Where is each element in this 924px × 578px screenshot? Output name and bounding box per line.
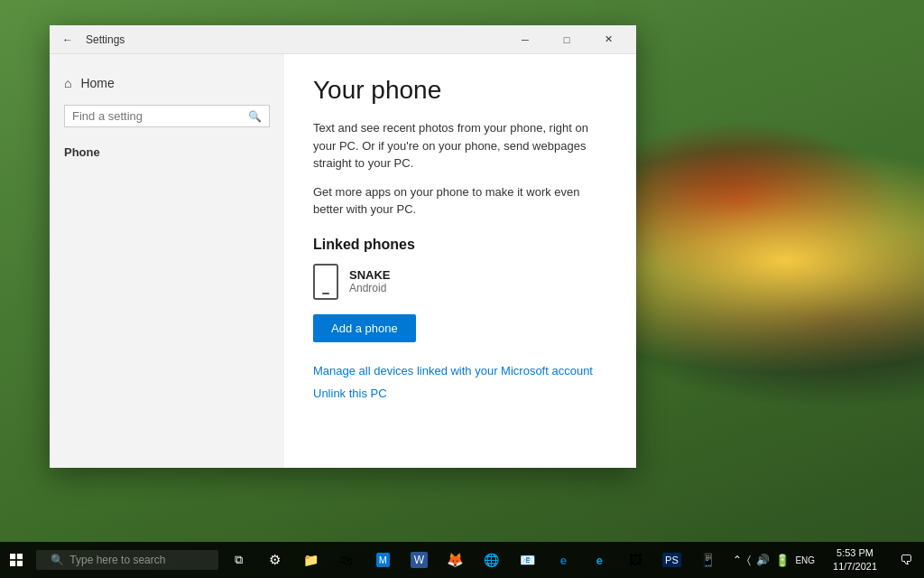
phone-type: Android <box>349 282 391 294</box>
svg-rect-0 <box>10 554 15 559</box>
description-2: Get more apps on your phone to make it w… <box>313 183 607 219</box>
volume-icon[interactable]: 🔊 <box>756 554 770 566</box>
taskbar-fileexplorer-icon[interactable]: 📁 <box>292 542 328 578</box>
start-button[interactable] <box>0 542 32 578</box>
network-icon[interactable]: 〈 <box>747 554 751 566</box>
main-content: Your phone Text and see recent photos fr… <box>284 54 636 468</box>
close-button[interactable]: ✕ <box>587 25 629 54</box>
taskbar-phone-icon[interactable]: 📱 <box>689 542 725 578</box>
taskbar-edge-icon[interactable]: e <box>545 542 581 578</box>
window-controls: ─ □ ✕ <box>504 25 629 54</box>
task-view-icon: ⧉ <box>235 553 243 567</box>
svg-rect-1 <box>17 554 23 559</box>
taskbar-powershell-icon[interactable]: PS <box>653 542 689 578</box>
search-input[interactable] <box>72 109 248 123</box>
phone-name: SNAKE <box>349 268 391 282</box>
search-box[interactable]: 🔍 <box>64 105 270 127</box>
unlink-pc-link[interactable]: Unlink this PC <box>313 387 607 400</box>
phone-entry: SNAKE Android <box>313 264 607 300</box>
clock-date: 11/7/2021 <box>833 560 877 573</box>
taskbar-store-icon[interactable]: 🛍 <box>328 542 365 578</box>
minimize-button[interactable]: ─ <box>504 25 546 54</box>
taskbar-chrome-icon[interactable]: 🌐 <box>473 542 509 578</box>
desktop: ← Settings ─ □ ✕ ⌂ Home 🔍 Phone <box>0 0 924 578</box>
system-tray-icons: ⌃ 〈 🔊 🔋 ENG <box>725 554 822 567</box>
window-titlebar: ← Settings ─ □ ✕ <box>50 25 636 54</box>
taskbar-search-label: Type here to search <box>69 554 165 566</box>
task-view-button[interactable]: ⧉ <box>222 542 254 578</box>
sidebar: ⌂ Home 🔍 Phone <box>50 54 284 468</box>
back-button[interactable]: ← <box>57 29 79 51</box>
taskbar-clock[interactable]: 5:53 PM 11/7/2021 <box>822 542 888 578</box>
taskbar-firefox-icon[interactable]: 🦊 <box>437 542 473 578</box>
taskbar-app-icons: ⚙ 📁 🛍 M W 🦊 🌐 📧 e <box>256 542 725 578</box>
add-phone-button[interactable]: Add a phone <box>313 314 416 342</box>
notification-center-button[interactable]: 🗨 <box>888 542 924 578</box>
phone-device-icon <box>313 264 338 300</box>
home-icon: ⌂ <box>64 76 71 90</box>
taskbar-edge2-icon[interactable]: e <box>581 542 617 578</box>
home-nav-item[interactable]: ⌂ Home <box>50 69 284 98</box>
taskbar-photos-icon[interactable]: 🖼 <box>617 542 653 578</box>
svg-rect-2 <box>10 561 15 566</box>
taskbar-word-icon[interactable]: W <box>401 542 437 578</box>
window-title: Settings <box>86 33 125 46</box>
taskbar-right: ⌃ 〈 🔊 🔋 ENG 5:53 PM 11/7/2021 🗨 <box>725 542 924 578</box>
sidebar-section-phone: Phone <box>50 135 284 164</box>
chevron-up-icon[interactable]: ⌃ <box>733 554 742 566</box>
taskbar-settings-icon[interactable]: ⚙ <box>256 542 292 578</box>
phone-info: SNAKE Android <box>349 268 391 294</box>
settings-window: ← Settings ─ □ ✕ ⌂ Home 🔍 Phone <box>50 25 636 468</box>
taskbar-search-icon: 🔍 <box>51 554 64 566</box>
language-icon[interactable]: ENG <box>795 555 815 565</box>
taskbar: 🔍 Type here to search ⧉ ⚙ 📁 🛍 M W <box>0 542 924 578</box>
taskbar-search[interactable]: 🔍 Type here to search <box>36 550 218 570</box>
page-title: Your phone <box>313 76 607 105</box>
linked-phones-title: Linked phones <box>313 237 607 253</box>
notification-icon: 🗨 <box>900 553 912 567</box>
description-1: Text and see recent photos from your pho… <box>313 119 607 172</box>
search-icon[interactable]: 🔍 <box>248 110 262 123</box>
battery-icon: 🔋 <box>775 554 790 567</box>
clock-time: 5:53 PM <box>836 546 873 560</box>
svg-rect-3 <box>17 561 23 566</box>
home-label: Home <box>80 76 114 90</box>
taskbar-mail-icon[interactable]: M <box>365 542 401 578</box>
window-body: ⌂ Home 🔍 Phone Your phone Text and see r… <box>50 54 636 468</box>
taskbar-email2-icon[interactable]: 📧 <box>509 542 545 578</box>
maximize-button[interactable]: □ <box>546 25 587 54</box>
manage-devices-link[interactable]: Manage all devices linked with your Micr… <box>313 364 607 378</box>
